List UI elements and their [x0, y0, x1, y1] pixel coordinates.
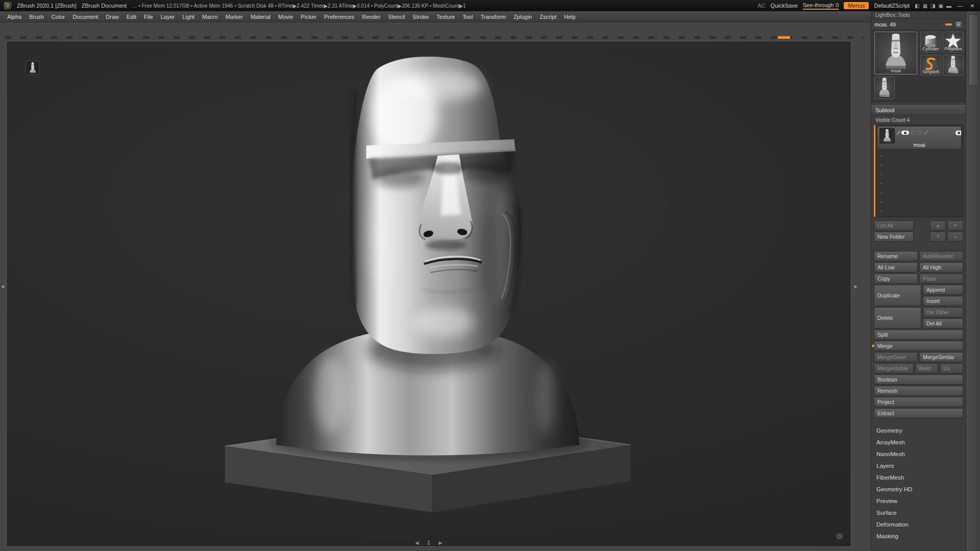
default-zscript-button[interactable]: DefaultZScript	[874, 3, 910, 9]
menu-draw[interactable]: Draw	[106, 14, 119, 20]
merge-similar-button[interactable]: MergeSimilar	[919, 352, 963, 362]
tool-thumb-moai-2[interactable]: moai	[943, 55, 964, 76]
menu-brush[interactable]: Brush	[29, 14, 44, 20]
menu-preferences[interactable]: Preferences	[324, 14, 354, 20]
right-tray-scrollbar[interactable]	[966, 11, 980, 551]
subtool-toggle-icon-3[interactable]	[923, 131, 928, 135]
tool-thumb-label: moai	[943, 69, 963, 74]
palette-layers[interactable]: Layers	[871, 460, 966, 471]
canvas-scroll-right-icon[interactable]: ▶	[438, 540, 442, 545]
quicksave-button[interactable]: QuickSave	[771, 3, 798, 9]
tool-thumb-moai-3[interactable]: moai	[874, 77, 895, 99]
palette-deformation[interactable]: Deformation	[871, 518, 966, 530]
menu-marker[interactable]: Marker	[226, 14, 243, 20]
del-all-button[interactable]: Del All	[923, 318, 963, 329]
visibility-eye-edge-icon[interactable]	[955, 131, 962, 135]
copy-button[interactable]: Copy	[874, 273, 918, 284]
menu-alpha[interactable]: Alpha	[7, 14, 21, 20]
tool-thumb-label: SimpleB	[921, 69, 941, 74]
rename-button[interactable]: Rename	[874, 251, 918, 261]
subtool-scrollbar[interactable]	[874, 125, 875, 217]
all-low-button[interactable]: All Low	[874, 262, 918, 272]
menus-button[interactable]: Menus	[844, 2, 869, 9]
layout-window-icon[interactable]: ▣	[939, 3, 943, 9]
project-button[interactable]: Project	[874, 397, 963, 407]
extract-button[interactable]: Extract	[874, 408, 963, 418]
palette-preview[interactable]: Preview	[871, 495, 966, 507]
subtool-buttons: List All ▲ ▼ New Folder ↱ ↳ Rename AutoR…	[871, 217, 966, 418]
layout-bar-icon[interactable]: ▬	[946, 3, 951, 9]
new-folder-button[interactable]: New Folder	[874, 232, 914, 242]
canvas-scroll-down-icon[interactable]: ▼	[427, 543, 431, 546]
sculpt-canvas[interactable]: ◀ ▲ ▼ ▶ ◎	[6, 41, 851, 547]
minimize-button[interactable]: —	[957, 3, 964, 9]
right-tray-toggle[interactable]: ▶	[854, 285, 857, 289]
menu-picker[interactable]: Picker	[301, 14, 316, 20]
menu-texture[interactable]: Texture	[436, 14, 455, 20]
palette-arraymesh[interactable]: ArrayMesh	[871, 436, 966, 448]
palette-masking[interactable]: Masking	[871, 530, 966, 542]
subtool-toggle-icon-2[interactable]	[917, 131, 921, 135]
insert-button[interactable]: Insert	[923, 296, 963, 306]
menu-file[interactable]: File	[144, 14, 153, 20]
right-tray-scrollbar-thumb[interactable]	[968, 14, 978, 86]
pivot-indicator-icon[interactable]: ◎	[836, 531, 843, 540]
canvas-scroll-left-icon[interactable]: ◀	[415, 540, 419, 545]
tool-thumb-cylinder[interactable]: Cylinder	[920, 32, 941, 53]
menu-zscript[interactable]: Zscript	[540, 14, 556, 20]
polypaint-icon[interactable]	[896, 130, 901, 135]
titlebar: Z ZBrush 2020.1 [ZBrush] ZBrush Document…	[0, 0, 980, 11]
menu-transform[interactable]: Transform	[480, 14, 506, 20]
palette-geometry[interactable]: Geometry	[871, 424, 966, 436]
menu-macro[interactable]: Macro	[202, 14, 218, 20]
close-button[interactable]: ✕	[969, 3, 976, 9]
menu-document[interactable]: Document	[72, 14, 98, 20]
layout-grid-icon[interactable]: ▦	[923, 3, 927, 9]
all-high-button[interactable]: All High	[919, 262, 963, 272]
layout-left-icon[interactable]: ◧	[915, 3, 919, 9]
tool-thumb-polymesh-star[interactable]: PolyMes	[943, 32, 964, 53]
merge-down-button: MergeDown	[874, 352, 918, 362]
menu-help[interactable]: Help	[564, 14, 576, 20]
lightbox-tools-header[interactable]: LightBox::Tools	[871, 11, 966, 19]
palette-geometry-hd[interactable]: Geometry HD	[871, 483, 966, 495]
menu-edit[interactable]: Edit	[127, 14, 136, 20]
boolean-button[interactable]: Boolean	[874, 374, 963, 385]
see-through-slider[interactable]: See-through 0	[803, 2, 839, 10]
menu-stencil[interactable]: Stencil	[388, 14, 405, 20]
tool-thumb-moai-selected[interactable]: moai	[874, 32, 917, 74]
append-button[interactable]: Append	[923, 285, 963, 295]
layout-right-icon[interactable]: ◨	[930, 3, 935, 9]
visible-count-label: Visible Count 4	[871, 115, 966, 124]
remesh-button[interactable]: Remesh	[874, 386, 963, 396]
merge-button[interactable]: Merge	[874, 341, 963, 351]
tool-thumb-simplebrush[interactable]: SimpleB	[920, 55, 941, 76]
folder-move-out-button: ↱	[930, 232, 946, 242]
moai-sculpt[interactable]	[222, 57, 633, 514]
menu-layer[interactable]: Layer	[161, 14, 175, 20]
menu-tool[interactable]: Tool	[462, 14, 473, 20]
delete-button[interactable]: Delete	[874, 307, 921, 329]
subtool-list[interactable]: moai	[873, 124, 964, 217]
left-tray-toggle[interactable]: ◀	[1, 285, 4, 289]
folder-in-icon: ↳	[953, 235, 957, 239]
restore-config-button[interactable]: R	[954, 21, 963, 29]
palette-nanomesh[interactable]: NanoMesh	[871, 448, 966, 460]
menu-material[interactable]: Material	[251, 14, 271, 20]
menu-render[interactable]: Render	[362, 14, 380, 20]
subtool-palette-header[interactable]: Subtool	[871, 105, 966, 115]
visibility-eye-icon[interactable]	[901, 131, 909, 135]
tool-mini-slider[interactable]	[945, 23, 952, 26]
menu-light[interactable]: Light	[182, 14, 194, 20]
weld-button: Weld	[915, 363, 939, 373]
menu-movie[interactable]: Movie	[278, 14, 293, 20]
duplicate-button[interactable]: Duplicate	[874, 285, 921, 306]
split-button[interactable]: Split	[874, 330, 963, 340]
menu-color[interactable]: Color	[52, 14, 65, 20]
menu-zplugin[interactable]: Zplugin	[513, 14, 532, 20]
menu-stroke[interactable]: Stroke	[412, 14, 429, 20]
palette-fibermesh[interactable]: FiberMesh	[871, 471, 966, 483]
subtool-toggle-icon-1[interactable]	[911, 131, 915, 135]
subtool-item-moai[interactable]: moai	[877, 126, 962, 149]
palette-surface[interactable]: Surface	[871, 507, 966, 518]
